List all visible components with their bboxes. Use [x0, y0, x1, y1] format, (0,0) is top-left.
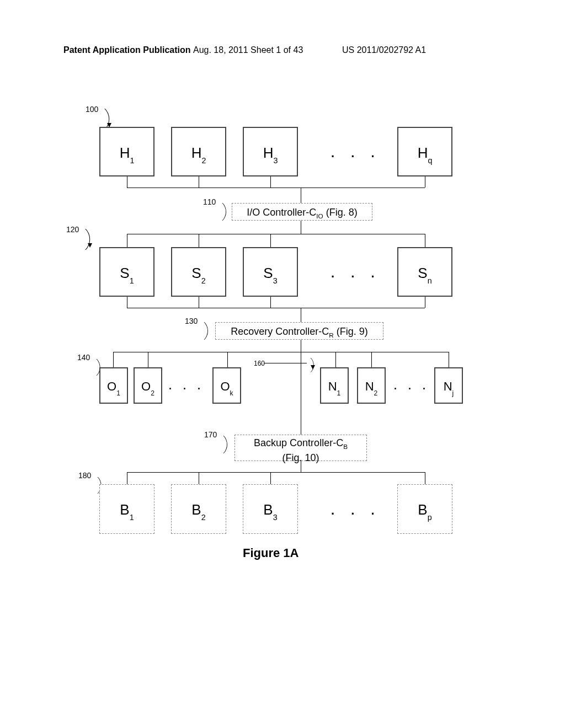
sn-sym: S — [418, 265, 427, 281]
io-controller-box: I/O Controller-CIO (Fig. 8) — [232, 203, 372, 221]
n1-sym: N — [328, 379, 337, 393]
ref-140: 140 — [77, 353, 90, 362]
box-nj: Nj — [434, 367, 463, 404]
s3-sym: S — [263, 265, 273, 281]
b1-sub: 1 — [130, 513, 134, 522]
rec-sub: R — [329, 331, 333, 339]
bus-on — [113, 352, 449, 352]
box-h2: H2 — [171, 127, 226, 176]
ref-180: 180 — [78, 471, 91, 480]
box-s2: S2 — [171, 247, 226, 297]
h3-sym: H — [263, 144, 274, 161]
dots-h: . . . — [331, 146, 381, 160]
conn-s2-bot — [199, 297, 199, 308]
ref-160: 160 — [254, 360, 265, 367]
conn-s3-top — [270, 234, 271, 247]
conn-b1 — [127, 472, 127, 484]
drop-backup — [301, 352, 301, 435]
h2-sym: H — [191, 144, 202, 161]
bp-sym: B — [418, 501, 427, 518]
recovery-controller-box: Recovery Controller-CR (Fig. 9) — [215, 322, 383, 340]
n2-sym: N — [365, 379, 374, 393]
conn-s1-top — [127, 234, 127, 247]
box-h1: H1 — [99, 127, 154, 176]
conn-h2 — [199, 176, 199, 188]
bk-sub: B — [343, 443, 348, 450]
b3-sym: B — [263, 501, 273, 518]
header-mid: Aug. 18, 2011 Sheet 1 of 43 — [193, 45, 303, 55]
box-h3: H3 — [243, 127, 298, 176]
box-b1: B1 — [99, 484, 154, 534]
b1-sym: B — [120, 501, 129, 518]
box-s3: S3 — [243, 247, 298, 297]
box-b3: B3 — [243, 484, 298, 534]
n1-sub: 1 — [337, 389, 341, 397]
b2-sub: 2 — [201, 513, 206, 522]
drop-io — [301, 188, 301, 203]
conn-ok — [227, 352, 228, 367]
o1-sym: O — [107, 379, 116, 393]
ref-120: 120 — [66, 225, 79, 234]
ok-sym: O — [220, 379, 230, 393]
ref-170: 170 — [204, 430, 217, 439]
rec-post: (Fig. 9) — [334, 326, 368, 337]
conn-b2 — [199, 472, 199, 484]
s2-sym: S — [191, 265, 201, 281]
rec-pre: Recovery Controller-C — [231, 326, 329, 337]
conn-sn-top — [425, 234, 425, 247]
hq-sub: q — [428, 156, 432, 165]
box-n1: N1 — [320, 367, 349, 404]
hq-sym: H — [418, 144, 428, 161]
conn-bp — [425, 472, 425, 484]
box-o1: O1 — [99, 367, 128, 404]
header-right: US 2011/0202792 A1 — [342, 45, 426, 55]
ref-130: 130 — [185, 317, 198, 325]
n2-sub: 2 — [374, 389, 378, 397]
conn-o1 — [113, 352, 114, 367]
bus-s-bot — [127, 308, 425, 308]
lead-160-h — [264, 363, 307, 363]
box-bp: Bp — [397, 484, 452, 534]
o2-sub: 2 — [151, 389, 154, 397]
conn-n2 — [371, 352, 372, 367]
drop-rec-down — [301, 340, 301, 352]
conn-o2 — [148, 352, 148, 367]
s2-sub: 2 — [201, 276, 206, 285]
box-hq: Hq — [397, 127, 452, 176]
conn-s3-bot — [270, 297, 271, 308]
dots-o: . . . — [169, 381, 205, 392]
sn-sub: n — [428, 276, 432, 285]
backup-controller-box: Backup Controller-CB (Fig. 10) — [234, 435, 367, 461]
arrow-120 — [88, 243, 92, 248]
nj-sym: N — [444, 379, 452, 393]
box-b2: B2 — [171, 484, 226, 534]
dots-b: . . . — [331, 504, 381, 518]
drop-rec — [301, 308, 301, 322]
drop-backup-down — [301, 461, 301, 472]
io-post: (Fig. 8) — [323, 207, 358, 218]
o2-sym: O — [141, 379, 151, 393]
s1-sym: S — [120, 265, 129, 281]
box-ok: Ok — [212, 367, 241, 404]
h2-sub: 2 — [201, 156, 206, 165]
o1-sub: 1 — [116, 389, 120, 397]
conn-s1-bot — [127, 297, 127, 308]
bk-pre: Backup Controller-C — [254, 437, 343, 448]
io-pre: I/O Controller-C — [247, 207, 316, 218]
h1-sub: 1 — [130, 156, 134, 165]
dots-n: . . . — [394, 381, 430, 392]
bp-sub: p — [428, 513, 432, 522]
h3-sub: 3 — [273, 156, 278, 165]
nj-sub: j — [452, 389, 454, 397]
ok-sub: k — [230, 389, 233, 397]
conn-h1 — [127, 176, 127, 188]
bus-s-top — [127, 234, 425, 234]
bus-b — [127, 472, 425, 473]
b2-sym: B — [191, 501, 201, 518]
arrow-160 — [311, 365, 315, 370]
bus-h — [127, 188, 425, 188]
conn-s2-top — [199, 234, 199, 247]
s3-sub: 3 — [273, 276, 278, 285]
b3-sub: 3 — [273, 513, 278, 522]
box-s1: S1 — [99, 247, 154, 297]
